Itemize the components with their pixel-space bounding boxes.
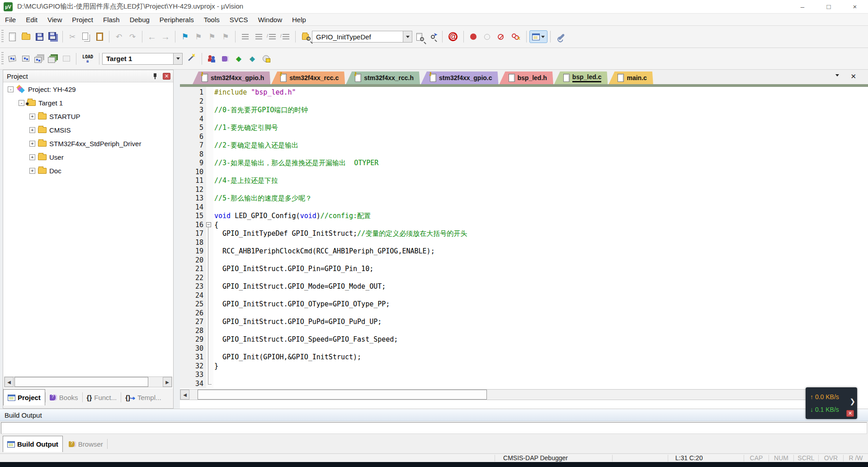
- menu-item-flash[interactable]: Flash: [98, 14, 125, 25]
- menu-item-svcs[interactable]: SVCS: [225, 14, 253, 25]
- close-button[interactable]: ×: [842, 0, 868, 13]
- comment-selection-button[interactable]: [266, 30, 278, 43]
- tree-item-user[interactable]: +User: [3, 150, 173, 164]
- file-tab-bsp-led-h[interactable]: bsp_led.h: [500, 71, 553, 84]
- clear-bookmarks-button[interactable]: ⚑: [219, 30, 232, 43]
- menu-item-window[interactable]: Window: [253, 14, 287, 25]
- panel-tab-books[interactable]: Books: [46, 389, 82, 405]
- minimize-button[interactable]: –: [789, 0, 816, 13]
- navigate-back-button[interactable]: ←: [146, 30, 158, 43]
- collapse-icon[interactable]: -: [8, 86, 14, 92]
- scrollbar-thumb[interactable]: [14, 377, 148, 387]
- editor-horizontal-scrollbar[interactable]: ◀ ▶: [180, 389, 857, 400]
- scrollbar-thumb[interactable]: [198, 390, 487, 400]
- expand-icon[interactable]: +: [29, 168, 35, 174]
- uncomment-selection-button[interactable]: [279, 30, 292, 43]
- kill-all-breakpoints-button[interactable]: [508, 30, 523, 43]
- scroll-left-icon[interactable]: ◀: [5, 377, 14, 387]
- project-horizontal-scrollbar[interactable]: ◀ ▶: [4, 376, 172, 387]
- menu-item-project[interactable]: Project: [67, 14, 98, 25]
- start-stop-debug-button[interactable]: @: [446, 30, 460, 43]
- menu-item-file[interactable]: File: [0, 14, 21, 25]
- find-in-files-button[interactable]: [413, 30, 425, 43]
- menu-item-edit[interactable]: Edit: [21, 14, 42, 25]
- panel-tab-funct[interactable]: {}Funct...: [83, 389, 121, 405]
- select-software-packs-button[interactable]: ◆: [232, 52, 245, 66]
- collapse-icon[interactable]: -: [19, 100, 24, 106]
- paste-button[interactable]: [93, 30, 106, 43]
- manage-books-button[interactable]: [219, 52, 231, 66]
- manage-project-items-button[interactable]: [205, 52, 218, 66]
- bottom-tab-build-output[interactable]: Build Output: [3, 436, 63, 452]
- file-tab-stm32f4xx-rcc-c[interactable]: stm32f4xx_rcc.c: [271, 71, 345, 84]
- search-combobox[interactable]: GPIO_InitTypeDef: [312, 31, 412, 43]
- tree-item-project-yh-429[interactable]: -Project: YH-429: [3, 82, 173, 96]
- build-output-close-button[interactable]: ✕: [846, 410, 854, 417]
- disable-all-breakpoints-button[interactable]: [494, 30, 507, 43]
- stop-build-button[interactable]: [60, 52, 73, 66]
- rebuild-button[interactable]: [33, 52, 46, 66]
- menu-item-view[interactable]: View: [42, 14, 67, 25]
- target-dropdown-button[interactable]: [173, 53, 182, 64]
- previous-bookmark-button[interactable]: ⚑: [192, 30, 205, 43]
- insert-bookmark-button[interactable]: ⚑: [179, 30, 191, 43]
- redo-button[interactable]: ↷: [126, 30, 139, 43]
- file-tab-stm32f4xx-rcc-h[interactable]: stm32f4xx_rcc.h: [346, 71, 420, 84]
- tree-item-cmsis[interactable]: +CMSIS: [3, 123, 173, 137]
- options-for-target-button[interactable]: [183, 52, 198, 66]
- fold-collapse-icon[interactable]: −: [206, 222, 211, 227]
- expand-icon[interactable]: +: [29, 141, 35, 147]
- find-in-target-button[interactable]: [299, 30, 311, 43]
- scroll-left-icon[interactable]: ◀: [180, 390, 189, 400]
- bottom-tab-browser[interactable]: Browser: [65, 436, 107, 452]
- toolbar-grip[interactable]: [1, 52, 4, 66]
- tree-item-stm32f4xx-stdperiph-driver[interactable]: +STM32F4xx_StdPeriph_Driver: [3, 137, 173, 150]
- expand-icon[interactable]: +: [29, 154, 35, 160]
- new-file-button[interactable]: [6, 30, 19, 43]
- indent-button[interactable]: [239, 30, 251, 43]
- save-all-button[interactable]: [47, 30, 59, 43]
- undo-button[interactable]: ↶: [113, 30, 125, 43]
- cut-button[interactable]: ✂: [66, 30, 79, 43]
- tree-item-doc[interactable]: +Doc: [3, 164, 173, 177]
- find-button[interactable]: ➤: [426, 30, 439, 43]
- maximize-button[interactable]: □: [816, 0, 842, 13]
- open-file-button[interactable]: [19, 30, 32, 43]
- menu-item-debug[interactable]: Debug: [125, 14, 155, 25]
- save-button[interactable]: [33, 30, 46, 43]
- tree-item-startup[interactable]: +STARTUP: [3, 110, 173, 123]
- panel-tab-templ[interactable]: {}➔Templ...: [121, 389, 165, 405]
- pack-installer-button[interactable]: [259, 52, 272, 66]
- search-dropdown-button[interactable]: [403, 31, 412, 42]
- configuration-button[interactable]: [554, 30, 569, 43]
- translate-file-button[interactable]: [6, 52, 19, 66]
- window-layout-selector[interactable]: [529, 30, 547, 43]
- file-tab-bsp-led-c[interactable]: bsp_led.c: [554, 71, 608, 84]
- toolbar-grip[interactable]: [1, 30, 4, 43]
- expand-icon[interactable]: +: [29, 114, 35, 119]
- file-tab-stm32f4xx-gpio-c[interactable]: stm32f4xx_gpio.c: [421, 71, 499, 84]
- target-combobox[interactable]: Target 1: [102, 53, 183, 65]
- batch-build-button[interactable]: [47, 52, 59, 66]
- fold-margin-mark[interactable]: −: [203, 220, 213, 229]
- tab-overflow-icon[interactable]: [835, 74, 839, 76]
- menu-item-help[interactable]: Help: [287, 14, 311, 25]
- overlay-expand-icon[interactable]: ❯: [849, 397, 855, 405]
- menu-item-tools[interactable]: Tools: [199, 14, 225, 25]
- build-output-content[interactable]: [1, 422, 867, 434]
- project-panel-close-button[interactable]: ✕: [163, 73, 170, 80]
- panel-splitter[interactable]: [174, 70, 180, 409]
- menu-item-peripherals[interactable]: Peripherals: [155, 14, 199, 25]
- pin-icon[interactable]: [152, 73, 158, 79]
- document-close-button[interactable]: ✕: [850, 72, 856, 81]
- tree-item-target-1[interactable]: -Target 1: [3, 96, 173, 110]
- next-bookmark-button[interactable]: ⚑: [206, 30, 218, 43]
- download-flash-button[interactable]: LOAD: [80, 52, 96, 66]
- toggle-breakpoint-button[interactable]: [467, 30, 480, 43]
- expand-icon[interactable]: +: [29, 127, 35, 133]
- panel-tab-project[interactable]: Project: [3, 389, 45, 405]
- manage-rte-button[interactable]: ◆: [246, 52, 259, 66]
- copy-button[interactable]: [80, 30, 92, 43]
- disable-breakpoint-button[interactable]: [481, 30, 493, 43]
- unindent-button[interactable]: [252, 30, 265, 43]
